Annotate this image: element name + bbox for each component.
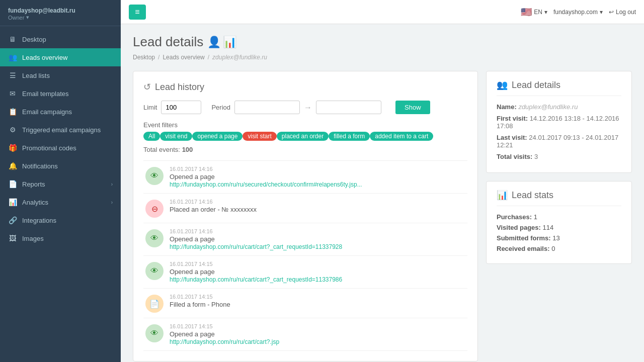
topbar-left: ≡ bbox=[129, 5, 146, 20]
filter-tag-visit-start[interactable]: visit start bbox=[243, 132, 276, 141]
event-item-5: 👁 16.01.2017 14:15 Opened a pagehttp://f… bbox=[143, 318, 467, 351]
filter-tag-placed-order[interactable]: placed an order bbox=[277, 132, 329, 141]
sidebar-icon-leads-overview: 👥 bbox=[8, 53, 17, 61]
sidebar-item-triggered-campaigns[interactable]: ⚙ Triggered email campaigns bbox=[0, 121, 121, 139]
language-selector[interactable]: 🇺🇸 EN ▾ bbox=[521, 7, 547, 18]
content-columns: ↺ Lead history Limit Period → Sho bbox=[133, 71, 632, 361]
sidebar-header: fundayshop@leadbit.ru Owner ▾ bbox=[0, 0, 121, 26]
total-visits-label: Total visits: bbox=[497, 153, 532, 160]
menu-button[interactable]: ≡ bbox=[129, 5, 146, 20]
filter-tag-all[interactable]: All bbox=[143, 132, 160, 141]
submitted-forms-label: Submitted forms: bbox=[497, 234, 551, 242]
event-link-3[interactable]: http://fundayshop.com/ru/ru/cart/cart?_c… bbox=[170, 276, 342, 283]
sidebar-label-lead-lists: Lead lists bbox=[22, 72, 113, 79]
sidebar-item-analytics[interactable]: 📊 Analytics › bbox=[0, 193, 121, 211]
lead-stats-label: Lead stats bbox=[512, 190, 553, 201]
sidebar-item-reports[interactable]: 📄 Reports › bbox=[0, 175, 121, 193]
limit-label: Limit bbox=[143, 104, 157, 111]
period-end-input[interactable] bbox=[316, 101, 381, 114]
show-button[interactable]: Show bbox=[395, 101, 430, 114]
detail-name-row: Name: zduplex@fundlike.ru bbox=[497, 103, 621, 111]
sidebar-item-email-templates[interactable]: ✉ Email templates bbox=[0, 84, 121, 103]
name-value: zduplex@fundlike.ru bbox=[518, 103, 578, 111]
sidebar-item-email-campaigns[interactable]: 📋 Email campaigns bbox=[0, 103, 121, 121]
chevron-down-icon: ▾ bbox=[26, 14, 29, 21]
breadcrumb-leads-overview[interactable]: Leads overview bbox=[163, 54, 204, 61]
event-icon-2: 👁 bbox=[145, 229, 164, 247]
event-item-4: 📄 16.01.2017 14:15 Filled a form - Phone bbox=[143, 289, 467, 318]
sidebar-label-analytics: Analytics bbox=[22, 199, 106, 206]
events-list: 👁 16.01.2017 14:16 Opened a pagehttp://f… bbox=[143, 160, 467, 351]
total-events: Total events: 100 bbox=[143, 146, 467, 153]
lead-history-label: Lead history bbox=[155, 82, 204, 93]
event-filters-row: Event filters Allvisit endopened a pagev… bbox=[143, 121, 467, 141]
sidebar-item-leads-overview[interactable]: 👥 Leads overview bbox=[0, 48, 121, 66]
sidebar-item-promo-codes[interactable]: 🎁 Promotional codes bbox=[0, 139, 121, 157]
event-filters-label: Event filters bbox=[143, 121, 178, 129]
logout-label: Log out bbox=[616, 9, 636, 16]
sidebar-label-notifications: Notifications bbox=[22, 162, 113, 170]
stats-purchases-row: Purchases: 1 bbox=[497, 213, 621, 221]
chart-icon: 📊 bbox=[223, 36, 236, 49]
sidebar-item-integrations[interactable]: 🔗 Integrations bbox=[0, 211, 121, 229]
sidebar-icon-lead-lists: ☰ bbox=[8, 71, 17, 79]
flag-icon: 🇺🇸 bbox=[521, 7, 532, 18]
history-icon: ↺ bbox=[143, 81, 151, 93]
event-icon-3: 👁 bbox=[145, 262, 164, 280]
domain-selector[interactable]: fundayshop.com ▾ bbox=[553, 9, 603, 16]
sidebar-icon-promo-codes: 🎁 bbox=[8, 144, 17, 152]
event-text-5: Opened a pagehttp://fundayshop.com/ru/ru… bbox=[170, 330, 465, 345]
sidebar-item-images[interactable]: 🖼 Images bbox=[0, 229, 121, 247]
filter-tag-opened-page[interactable]: opened a page bbox=[192, 132, 243, 141]
chevron-down-icon: ▾ bbox=[600, 9, 603, 16]
event-content-4: 16.01.2017 14:15 Filled a form - Phone bbox=[170, 294, 465, 308]
event-content-5: 16.01.2017 14:15 Opened a pagehttp://fun… bbox=[170, 323, 465, 345]
sidebar-label-email-campaigns: Email campaigns bbox=[22, 108, 113, 116]
page-title: Lead details bbox=[133, 34, 203, 50]
event-icon-1: ⊖ bbox=[145, 200, 164, 218]
lead-details-card: 👥 Lead details Name: zduplex@fundlike.ru… bbox=[486, 71, 632, 173]
sidebar-label-integrations: Integrations bbox=[22, 217, 113, 224]
event-content-0: 16.01.2017 14:16 Opened a pagehttp://fun… bbox=[170, 166, 465, 188]
event-text-3: Opened a pagehttp://fundayshop.com/ru/ru… bbox=[170, 268, 465, 283]
total-visits-value: 3 bbox=[534, 153, 538, 160]
lead-stats-card: 📊 Lead stats Purchases: 1 Visited pages:… bbox=[486, 181, 632, 264]
sidebar-icon-reports: 📄 bbox=[8, 180, 17, 188]
name-label: Name: bbox=[497, 103, 517, 111]
event-icon-0: 👁 bbox=[145, 167, 164, 185]
received-emails-label: Received emails: bbox=[497, 245, 550, 252]
domain-label: fundayshop.com bbox=[553, 9, 598, 16]
event-item-1: ⊖ 16.01.2017 14:16 Placed an order - № x… bbox=[143, 194, 467, 223]
event-time-3: 16.01.2017 14:15 bbox=[170, 261, 465, 267]
event-link-5[interactable]: http://fundayshop.com/ru/ru/cart/cart?.j… bbox=[170, 338, 279, 345]
detail-total-visits-row: Total visits: 3 bbox=[497, 153, 621, 160]
breadcrumb-desktop[interactable]: Desktop bbox=[133, 54, 155, 61]
logout-button[interactable]: ↩ Log out bbox=[609, 9, 636, 16]
lead-details-title: 👥 Lead details bbox=[497, 79, 621, 96]
first-visit-label: First visit: bbox=[497, 115, 528, 122]
sidebar-label-leads-overview: Leads overview bbox=[22, 54, 113, 61]
event-link-0[interactable]: http://fundayshop.com/ru/ru/secured/chec… bbox=[170, 181, 362, 188]
filter-tag-filled-form[interactable]: filled a form bbox=[329, 132, 370, 141]
lead-details-label: Lead details bbox=[512, 80, 560, 90]
filter-tag-visit-end[interactable]: visit end bbox=[160, 132, 192, 141]
main-area: ≡ 🇺🇸 EN ▾ fundayshop.com ▾ ↩ Log out Lea… bbox=[121, 0, 644, 362]
sidebar-label-images: Images bbox=[22, 235, 113, 242]
limit-input[interactable] bbox=[161, 101, 201, 114]
sidebar-item-notifications[interactable]: 🔔 Notifications bbox=[0, 157, 121, 175]
sidebar-item-lead-lists[interactable]: ☰ Lead lists bbox=[0, 66, 121, 84]
filter-tag-added-cart[interactable]: added item to a cart bbox=[370, 132, 433, 141]
event-content-2: 16.01.2017 14:16 Opened a pagehttp://fun… bbox=[170, 228, 465, 250]
event-content-3: 16.01.2017 14:15 Opened a pagehttp://fun… bbox=[170, 261, 465, 283]
submitted-forms-value: 13 bbox=[552, 234, 559, 242]
event-icon-5: 👁 bbox=[145, 324, 164, 342]
event-time-1: 16.01.2017 14:16 bbox=[170, 199, 465, 205]
breadcrumb-current: zduplex@fundlike.ru bbox=[212, 54, 267, 61]
purchases-value: 1 bbox=[534, 213, 537, 221]
event-time-5: 16.01.2017 14:15 bbox=[170, 323, 465, 329]
sidebar-label-promo-codes: Promotional codes bbox=[22, 144, 113, 152]
sidebar-role[interactable]: Owner ▾ bbox=[8, 14, 113, 21]
sidebar-item-desktop[interactable]: 🖥 Desktop bbox=[0, 30, 121, 48]
period-start-input[interactable] bbox=[234, 101, 300, 114]
event-link-2[interactable]: http://fundayshop.com/ru/ru/cart/cart?_c… bbox=[170, 243, 342, 250]
